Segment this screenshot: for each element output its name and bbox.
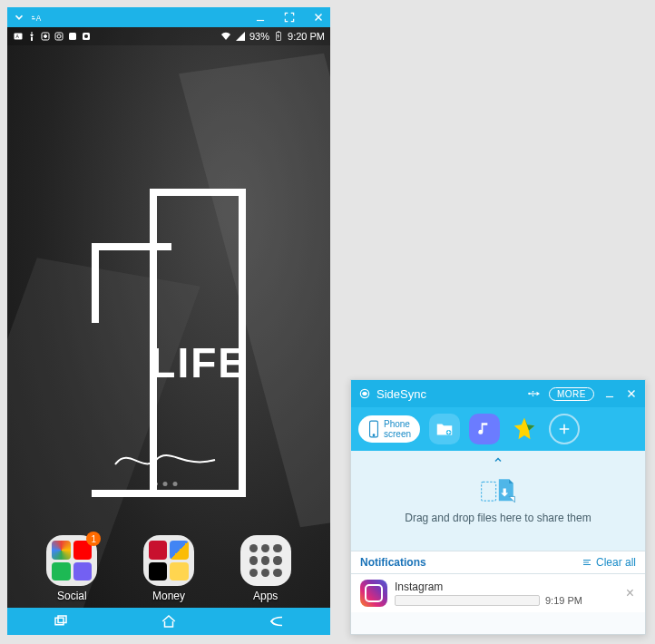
sidesync-title: SideSync [376,387,426,401]
svg-marker-23 [537,392,541,396]
folder-button[interactable] [429,414,460,444]
clear-all-button[interactable]: Clear all [582,556,636,569]
svg-rect-0 [32,16,34,17]
phone-mirror-window: A A [7,7,330,635]
status-time: 9:20 PM [288,31,325,42]
svg-point-28 [373,434,375,436]
chevron-down-icon[interactable] [13,11,25,24]
clear-all-label: Clear all [596,556,636,569]
svg-point-15 [84,34,88,38]
svg-rect-22 [529,393,536,394]
svg-rect-11 [55,33,63,40]
svg-rect-17 [278,32,279,33]
status-icon [54,31,64,42]
wallpaper-signature [111,446,220,473]
notification-time: 9:19 PM [545,595,582,606]
svg-rect-18 [55,618,64,625]
close-button[interactable] [312,11,325,24]
status-icon [67,31,78,42]
signal-icon [235,31,246,42]
svg-text:A: A [36,15,42,23]
drop-hint: Drag and drop files here to share them [405,512,591,524]
home-dock: 1 Social Money Apps [7,535,330,602]
folder-label: Money [152,590,185,602]
phone-screen[interactable]: A 93% 9:20 PM LIFE [7,27,330,635]
svg-point-10 [44,35,47,38]
svg-rect-8 [31,37,33,41]
svg-rect-19 [58,616,66,623]
badge: 1 [86,532,101,546]
wifi-icon [220,31,231,42]
home-page-indicator [153,482,178,486]
back-button[interactable] [266,612,288,630]
svg-rect-32 [482,482,496,501]
folder-social[interactable]: 1 Social [46,535,97,602]
recents-button[interactable] [50,612,72,630]
status-icon [81,31,92,42]
music-button[interactable] [469,414,500,444]
folder-label: Apps [253,590,278,602]
svg-rect-1 [32,18,35,19]
close-button[interactable] [625,387,638,400]
notification-app-name: Instagram [395,581,617,593]
usb-icon [527,387,540,400]
wallpaper-text: LIFE [150,338,248,387]
more-button[interactable]: MORE [549,387,594,401]
folder-label: Social [57,590,87,602]
sidesync-window: SideSync MORE Phone screen [350,379,646,635]
notification-item[interactable]: Instagram 9:19 PM × [351,574,645,612]
keyboard-ime-icon[interactable]: A [31,11,44,24]
sidesync-header: SideSync MORE [351,380,645,407]
chevron-up-icon[interactable] [491,454,505,468]
sidesync-toolbar: Phone screen [351,407,645,451]
sidesync-logo-icon [358,387,371,400]
notifications-label: Notifications [360,556,426,569]
minimize-button[interactable] [603,387,616,400]
battery-percent: 93% [249,31,269,42]
star-button[interactable] [509,414,540,444]
svg-point-12 [57,34,61,38]
status-icon: A [13,31,24,42]
svg-rect-13 [69,33,76,40]
notification-message-placeholder [395,595,540,606]
file-drop-icon [480,477,516,504]
phone-window-titlebar: A [7,7,330,27]
battery-charging-icon [273,31,284,42]
notifications-header: Notifications Clear all [351,551,645,574]
dismiss-notification-button[interactable]: × [624,586,636,600]
wallpaper-logo: LIFE [92,189,246,497]
apps-drawer-button[interactable]: Apps [240,535,291,602]
android-nav-bar [7,608,330,635]
status-icon [40,31,51,42]
minimize-button[interactable] [254,11,267,24]
android-status-bar[interactable]: A 93% 9:20 PM [7,27,330,45]
usb-icon [26,31,37,42]
phone-screen-button[interactable]: Phone screen [358,415,420,443]
drop-zone[interactable]: Drag and drop files here to share them [351,451,645,551]
home-button[interactable] [158,612,180,630]
phone-screen-label: Phone screen [384,419,411,439]
add-button[interactable] [549,414,580,444]
fullscreen-button[interactable] [283,11,296,24]
folder-money[interactable]: Money [143,535,194,602]
instagram-icon [360,580,387,607]
